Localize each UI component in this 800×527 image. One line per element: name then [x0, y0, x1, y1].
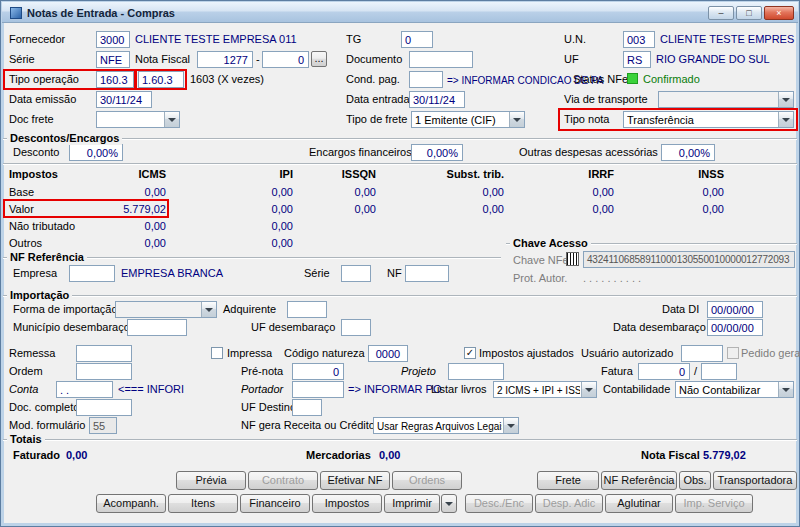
- imprimir-dropdown-button[interactable]: [441, 494, 457, 513]
- minimize-button[interactable]: –: [708, 6, 734, 20]
- nota-fiscal-number-field[interactable]: 1277: [197, 51, 253, 68]
- previa-button[interactable]: Prévia: [176, 471, 246, 490]
- usuario-autorizado-field[interactable]: [681, 345, 723, 362]
- mercadorias-value: 0,00: [379, 449, 400, 462]
- itens-button[interactable]: Itens: [168, 494, 238, 513]
- cond-pag-field[interactable]: [409, 71, 443, 88]
- valor-issqn: 0,00: [286, 203, 376, 216]
- uf-code-field[interactable]: RS: [623, 51, 651, 68]
- transportadora-button[interactable]: Transportadora: [713, 471, 797, 490]
- mercadorias-label: Mercadorias: [306, 449, 371, 462]
- nf-ref-nf-field[interactable]: [405, 265, 449, 282]
- valor-inss: 0,00: [634, 203, 724, 216]
- doc-frete-combo[interactable]: [96, 111, 180, 128]
- efetivar-nf-button[interactable]: Efetivar NF: [320, 471, 390, 490]
- contrato-button: Contrato: [248, 471, 318, 490]
- projeto-field[interactable]: [448, 363, 504, 380]
- nf-gera-combo[interactable]: Usar Regras Arquivos Legais: [373, 417, 519, 434]
- dropdown-arrow-icon: [445, 502, 453, 506]
- chave-nfe-field[interactable]: 43241106858911000130550010000012772093: [583, 251, 795, 268]
- status-nfe-label: Status NFe: [573, 73, 628, 86]
- uf-desembaraco-field[interactable]: [341, 319, 371, 336]
- financeiro-button[interactable]: Financeiro: [240, 494, 310, 513]
- desconto-field[interactable]: 0,00%: [69, 144, 123, 161]
- close-button[interactable]: ×: [764, 6, 794, 20]
- empresa-name-text: EMPRESA BRANCA: [121, 267, 223, 280]
- impressa-checkbox[interactable]: [211, 347, 223, 359]
- data-di-field[interactable]: 00/00/00: [707, 301, 763, 318]
- municipio-desembaraco-field[interactable]: [127, 319, 187, 336]
- fatura-separator: /: [694, 365, 697, 378]
- outros-icms: 0,00: [76, 237, 166, 250]
- pedido-gerado-label: Pedido gerado: [741, 347, 800, 360]
- contabilidade-label: Contabilidade: [603, 383, 670, 396]
- tipo-nota-combo[interactable]: Transferência: [623, 111, 794, 128]
- nota-fiscal-label: Nota Fiscal: [135, 53, 190, 66]
- listar-livros-combo[interactable]: 2 ICMS + IPI + ISS: [493, 381, 597, 398]
- municipio-desembaraco-label: Município desembaraço: [13, 321, 130, 334]
- aglutinar-button[interactable]: Aglutinar: [605, 494, 673, 513]
- impostos-ajustados-checkbox[interactable]: ✓: [464, 347, 476, 359]
- uf-desembaraco-label: UF desembaraço: [251, 321, 335, 334]
- imprimir-button[interactable]: Imprimir: [384, 494, 440, 513]
- faturado-label: Faturado: [13, 449, 60, 462]
- nota-fiscal-more-button[interactable]: ...: [311, 51, 327, 67]
- tipo-operacao-field-1[interactable]: 160.3: [96, 71, 134, 88]
- via-transporte-combo[interactable]: [658, 91, 794, 108]
- forma-importacao-combo[interactable]: [115, 301, 217, 318]
- nota-fiscal-total-value: 5.779,02: [703, 449, 746, 462]
- uf-destino-field[interactable]: [292, 399, 322, 416]
- conta-field[interactable]: . .: [56, 381, 113, 398]
- impostos-button[interactable]: Impostos: [312, 494, 382, 513]
- col-ipi: IPI: [203, 168, 293, 181]
- outras-despesas-field[interactable]: 0,00%: [661, 144, 715, 161]
- app-icon: [10, 7, 22, 19]
- tipo-frete-combo[interactable]: 1 Emitente (CIF): [411, 111, 525, 128]
- importacao-divider: [3, 295, 797, 297]
- nota-fiscal-sub-field[interactable]: 0: [262, 51, 309, 68]
- fornecedor-code-field[interactable]: 3000: [96, 31, 130, 48]
- uf-destino-label: UF Destino: [241, 401, 296, 414]
- projeto-label: Projeto: [401, 365, 436, 378]
- dropdown-arrow-icon: [778, 92, 793, 107]
- data-entrada-field[interactable]: 30/11/24: [409, 91, 465, 108]
- data-desembaraco-label: Data desembaraço: [613, 321, 706, 334]
- codigo-natureza-field[interactable]: 0000: [368, 345, 408, 362]
- adquirente-field[interactable]: [287, 301, 327, 318]
- descontos-title: Descontos/Encargos: [7, 132, 122, 145]
- nf-gera-value: Usar Regras Arquivos Legais: [377, 421, 502, 433]
- title-bar[interactable]: Notas de Entrada - Compras: [2, 2, 798, 23]
- data-emissao-field[interactable]: 30/11/24: [96, 91, 152, 108]
- conta-label: Conta: [9, 383, 38, 396]
- nf-referencia-button[interactable]: NF Referência: [601, 471, 677, 490]
- remessa-field[interactable]: [76, 345, 132, 362]
- obs-button[interactable]: Obs.: [679, 471, 711, 490]
- nota-fiscal-total-label: Nota Fiscal: [641, 449, 700, 462]
- mod-formulario-field[interactable]: 55: [89, 417, 117, 434]
- doc-completo-field[interactable]: [76, 399, 132, 416]
- valor-ipi: 0,00: [203, 203, 293, 216]
- nf-ref-serie-field[interactable]: [341, 265, 371, 282]
- documento-field[interactable]: [409, 51, 473, 68]
- adquirente-label: Adquirente: [223, 303, 276, 316]
- tipo-operacao-field-2[interactable]: 1.60.3: [138, 71, 184, 88]
- nf-ref-serie-label: Série: [304, 267, 330, 280]
- contabilidade-combo[interactable]: Não Contabilizar: [675, 381, 794, 398]
- pre-nota-field[interactable]: 0: [292, 363, 344, 380]
- un-code-field[interactable]: 003: [623, 31, 655, 48]
- data-desembaraco-field[interactable]: 00/00/00: [707, 319, 763, 336]
- tg-field[interactable]: 0: [401, 31, 433, 48]
- ordem-field[interactable]: [76, 363, 132, 380]
- fatura-field-2[interactable]: [701, 363, 737, 380]
- fatura-field[interactable]: 0: [638, 363, 690, 380]
- pedido-gerado-checkbox: [727, 347, 739, 359]
- empresa-field[interactable]: [69, 265, 115, 282]
- frete-button[interactable]: Frete: [537, 471, 599, 490]
- encargos-field[interactable]: 0,00%: [411, 144, 463, 161]
- portador-field[interactable]: [292, 381, 344, 398]
- tg-label: TG: [346, 33, 361, 46]
- serie-field[interactable]: NFE: [96, 51, 130, 68]
- barcode-icon: [566, 252, 579, 266]
- acompanh-button[interactable]: Acompanh.: [96, 494, 166, 513]
- maximize-button[interactable]: □: [736, 6, 762, 20]
